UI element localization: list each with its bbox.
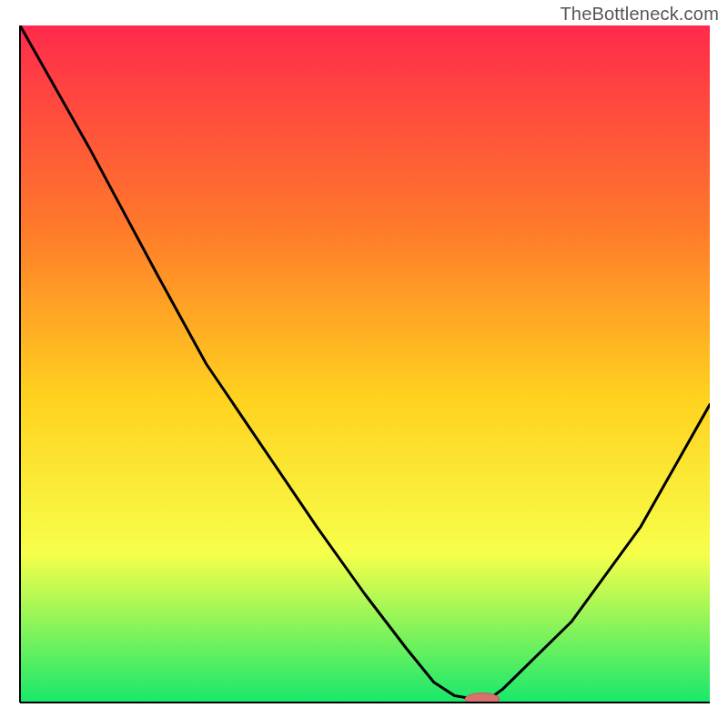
watermark-label: TheBottleneck.com	[560, 4, 719, 25]
chart-svg	[0, 0, 728, 728]
gradient-background	[20, 25, 710, 703]
chart-container: TheBottleneck.com	[0, 0, 728, 728]
